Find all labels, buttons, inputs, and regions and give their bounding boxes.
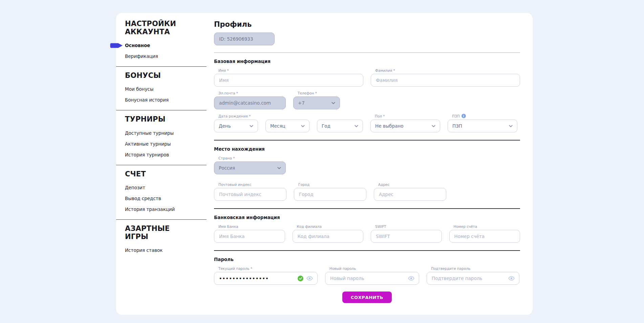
sidebar-section-title: НАСТРОЙКИ АККАУНТА — [125, 20, 188, 36]
gender-field: Пол * Не выбрано — [370, 114, 440, 132]
sidebar-item-my-bonuses[interactable]: Мои бонусы — [125, 84, 207, 94]
save-button[interactable]: СОХРАНИТЬ — [342, 292, 392, 303]
account-number-label: Номер счёта — [454, 224, 520, 229]
account-number-input[interactable] — [449, 230, 520, 243]
sidebar-item-label: Активные турниры — [125, 141, 171, 147]
sidebar-item-verification[interactable]: Верификация — [125, 51, 207, 62]
info-icon[interactable]: i — [461, 114, 466, 118]
swift-input[interactable] — [371, 230, 442, 243]
sidebar-divider — [116, 110, 207, 110]
address-input[interactable] — [374, 188, 446, 201]
row-address: Почтовый индекс Город Адрес — [214, 182, 520, 201]
sidebar: НАСТРОЙКИ АККАУНТА Основное Верификация … — [116, 13, 207, 256]
branch-code-label: Код филиала — [297, 224, 364, 229]
address-label: Адрес — [378, 182, 446, 187]
sidebar-item-label: Основное — [125, 43, 150, 48]
sidebar-section-bonuses: БОНУСЫ Мои бонусы Бонусная история — [125, 71, 207, 110]
divider — [214, 208, 520, 209]
email-input — [214, 96, 286, 109]
profile-main: Профиль Базовая информация Имя * Фамилия… — [214, 13, 520, 303]
chevron-down-icon — [432, 125, 435, 127]
confirm-password-label: Подтвердите пароль — [431, 266, 519, 271]
row-bank: Имя Банка Код филиала SWIFT Номер счёта — [214, 224, 520, 243]
row-name: Имя * Фамилия * — [214, 68, 520, 87]
divider — [214, 52, 520, 53]
sidebar-item-transaction-history[interactable]: История транзакций — [125, 204, 207, 215]
birth-day-field: Дата рождения * День — [214, 114, 258, 132]
birth-month-select[interactable]: Месяц — [265, 120, 309, 132]
birth-month-field: Месяц — [265, 120, 309, 132]
page-title: Профиль — [214, 20, 520, 28]
current-password-label: Текущий пароль * — [218, 266, 318, 271]
sidebar-item-label: История турниров — [125, 152, 169, 157]
divider — [214, 140, 520, 141]
gender-select[interactable]: Не выбрано — [370, 120, 440, 132]
city-field: Город — [294, 182, 366, 201]
chevron-down-icon — [331, 102, 335, 104]
sidebar-divider — [116, 66, 207, 67]
sidebar-item-label: История транзакций — [125, 207, 175, 212]
sidebar-section-title: ТУРНИРЫ — [125, 115, 188, 123]
sidebar-item-bonus-history[interactable]: Бонусная история — [125, 94, 207, 105]
toggle-password-visibility-icon[interactable] — [508, 276, 515, 281]
chevron-down-icon — [250, 125, 253, 127]
sidebar-section-tournaments: ТУРНИРЫ Доступные турниры Активные турни… — [125, 115, 207, 165]
active-item-arrow-icon — [110, 43, 123, 48]
address-field: Адрес — [374, 182, 446, 201]
email-label: Эл.почта * — [218, 91, 286, 95]
pzp-select[interactable]: ПЗП — [448, 120, 517, 132]
country-label: Страна * — [218, 156, 286, 160]
bank-name-label: Имя Банка — [218, 224, 285, 229]
birth-year-select[interactable]: Год — [317, 120, 363, 132]
new-password-label: Новый пароль — [329, 266, 419, 271]
chevron-down-icon — [277, 167, 281, 169]
sidebar-item-withdrawal[interactable]: Вывод средств — [125, 193, 207, 204]
country-field: Страна * Россия — [214, 156, 286, 174]
account-settings-card: НАСТРОЙКИ АККАУНТА Основное Верификация … — [116, 13, 533, 315]
sidebar-item-tournament-history[interactable]: История турниров — [125, 149, 207, 160]
confirm-password-input[interactable] — [427, 272, 519, 285]
birth-day-select[interactable]: День — [214, 120, 258, 132]
postal-code-field: Почтовый индекс — [214, 182, 286, 201]
sidebar-item-label: Доступные турниры — [125, 130, 174, 136]
section-heading-password: Пароль — [214, 257, 520, 262]
last-name-label: Фамилия * — [375, 68, 520, 72]
section-heading-location: Место нахождения — [214, 146, 520, 152]
first-name-input[interactable] — [214, 74, 363, 87]
branch-code-input[interactable] — [293, 230, 364, 243]
confirm-password-field: Подтвердите пароль — [427, 266, 519, 285]
profile-id-input — [214, 33, 275, 45]
postal-code-input[interactable] — [214, 188, 286, 201]
valid-check-icon — [298, 276, 303, 281]
sidebar-divider — [116, 165, 207, 165]
sidebar-item-available-tournaments[interactable]: Доступные турниры — [125, 128, 207, 138]
sidebar-section-gambling: АЗАРТНЫЕ ИГРЫ История ставок — [125, 224, 207, 256]
new-password-input[interactable] — [325, 272, 419, 285]
sidebar-section-title: СЧЕТ — [125, 170, 188, 178]
pzp-field: ПЗП i ПЗП — [448, 114, 517, 132]
account-number-field: Номер счёта — [449, 224, 520, 243]
sidebar-item-active-tournaments[interactable]: Активные турниры — [125, 138, 207, 149]
gender-label: Пол * — [375, 114, 440, 118]
divider — [214, 250, 520, 251]
phone-label: Телефон * — [298, 91, 340, 95]
profile-id-field — [214, 33, 275, 45]
sidebar-item-bet-history[interactable]: История ставок — [125, 245, 207, 256]
country-select: Россия — [214, 162, 286, 174]
swift-label: SWIFT — [375, 224, 442, 229]
bank-name-input[interactable] — [214, 230, 285, 243]
new-password-field: Новый пароль — [325, 266, 419, 285]
sidebar-item-main[interactable]: Основное — [125, 40, 207, 51]
toggle-password-visibility-icon[interactable] — [408, 276, 415, 281]
toggle-password-visibility-icon[interactable] — [306, 276, 313, 281]
chevron-down-icon — [301, 125, 305, 127]
last-name-input[interactable] — [371, 74, 520, 87]
branch-code-field: Код филиала — [293, 224, 364, 243]
row-contact: Эл.почта * Телефон * +7 — [214, 91, 520, 109]
last-name-field: Фамилия * — [371, 68, 520, 87]
sidebar-item-deposit[interactable]: Депозит — [125, 182, 207, 193]
sidebar-item-label: Мои бонусы — [125, 86, 153, 92]
city-input[interactable] — [294, 188, 366, 201]
section-heading-basic-info: Базовая информация — [214, 59, 520, 64]
birth-year-field: Год — [317, 120, 363, 132]
